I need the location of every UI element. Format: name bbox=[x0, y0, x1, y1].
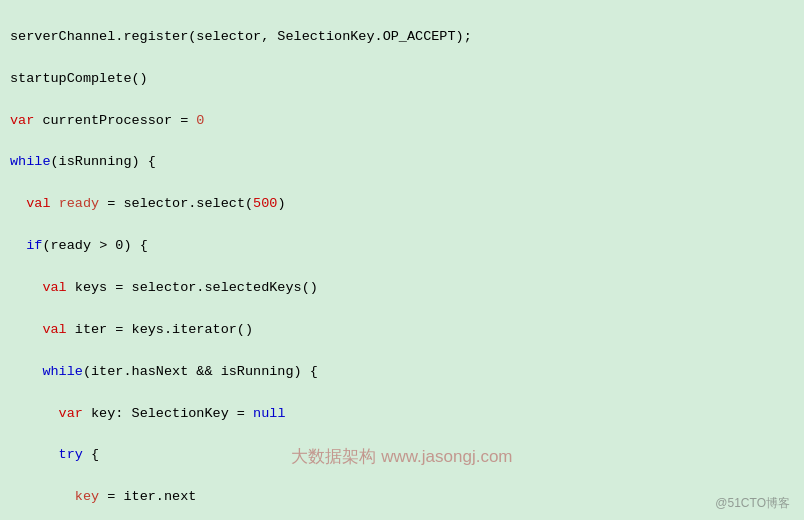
code-line-11: try { bbox=[10, 445, 794, 466]
code-line-12: key = iter.next bbox=[10, 487, 794, 508]
code-line-9: while(iter.hasNext && isRunning) { bbox=[10, 362, 794, 383]
code-block: serverChannel.register(selector, Selecti… bbox=[0, 0, 804, 520]
code-line-4: while(isRunning) { bbox=[10, 152, 794, 173]
code-line-6: if(ready > 0) { bbox=[10, 236, 794, 257]
code-line-7: val keys = selector.selectedKeys() bbox=[10, 278, 794, 299]
code-line-10: var key: SelectionKey = null bbox=[10, 404, 794, 425]
code-line-8: val iter = keys.iterator() bbox=[10, 320, 794, 341]
code-line-2: startupComplete() bbox=[10, 69, 794, 90]
code-line-1: serverChannel.register(selector, Selecti… bbox=[10, 27, 794, 48]
code-line-5: val ready = selector.select(500) bbox=[10, 194, 794, 215]
code-line-3: var currentProcessor = 0 bbox=[10, 111, 794, 132]
